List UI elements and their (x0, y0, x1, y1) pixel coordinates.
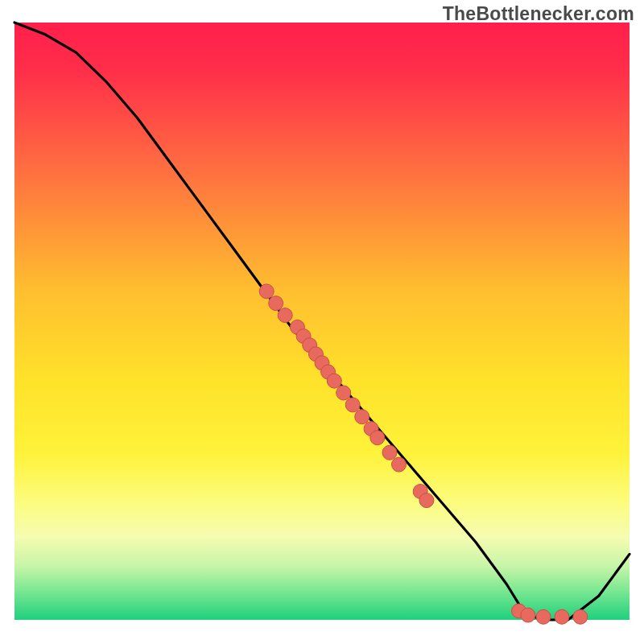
chart-svg (0, 0, 644, 644)
plot-background (14, 23, 630, 620)
data-marker (327, 374, 341, 388)
data-marker (382, 445, 397, 460)
data-marker (419, 493, 434, 508)
data-marker (573, 609, 588, 624)
data-marker (345, 398, 360, 412)
data-marker (278, 308, 292, 323)
watermark-text: TheBottlenecker.com (443, 3, 634, 25)
data-marker (336, 386, 351, 400)
chart-container: TheBottlenecker.com (0, 0, 644, 644)
data-marker (521, 608, 535, 622)
data-marker (392, 457, 407, 472)
data-marker (370, 431, 385, 445)
data-marker (269, 296, 283, 311)
data-marker (355, 410, 369, 424)
data-marker (555, 609, 569, 624)
data-marker (536, 609, 551, 624)
data-marker (259, 284, 274, 299)
